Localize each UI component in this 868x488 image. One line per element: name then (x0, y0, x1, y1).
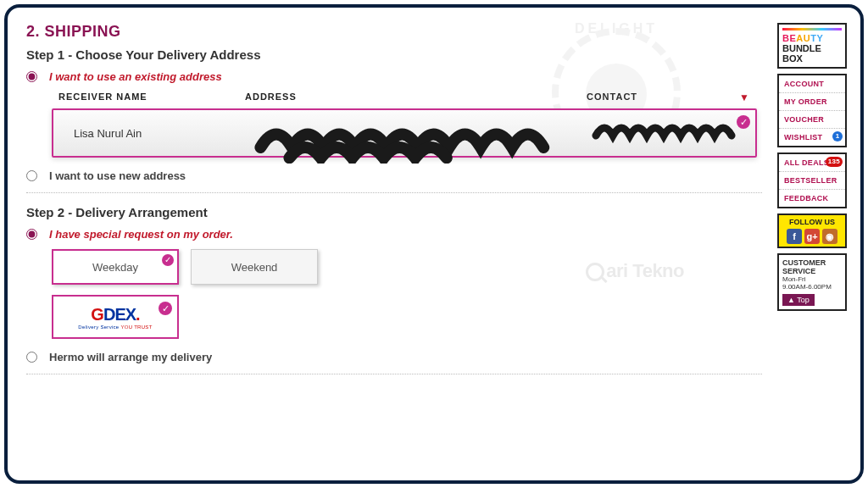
sidebar-item-wishlist[interactable]: WISHLIST1 (779, 129, 845, 146)
caret-down-icon[interactable]: ▼ (739, 92, 750, 103)
step1-title: Step 1 - Choose Your Delivery Address (26, 47, 762, 62)
receiver-name: Lisa Nurul Ain (74, 127, 250, 140)
check-icon: ✓ (162, 254, 174, 266)
customer-service-box: CUSTOMER SERVICE Mon-Fri 9.00AM-6.00PM ▲… (777, 253, 847, 311)
check-icon: ✓ (159, 302, 172, 315)
sidebar-item-all-deals[interactable]: ALL DEALS135 (779, 154, 845, 172)
sidebar-item-voucher[interactable]: VOUCHER (779, 111, 845, 129)
follow-us: FOLLOW US f g+ ◉ (777, 214, 847, 248)
badge: 135 (826, 157, 843, 167)
address-row-selected[interactable]: Lisa Nurul Ain ✓ (52, 108, 757, 158)
address-redacted (250, 119, 591, 147)
contact-redacted (591, 119, 743, 147)
weekday-button[interactable]: Weekday ✓ (52, 249, 179, 285)
radio-auto-arrange[interactable] (26, 352, 37, 363)
courier-gdex-button[interactable]: GDEX. Delivery Service YOU TRUST ✓ (52, 295, 179, 339)
weekend-button[interactable]: Weekend (191, 249, 318, 285)
radio-existing-address[interactable] (26, 71, 37, 82)
sidebar-item-feedback[interactable]: FEEDBACK (779, 190, 845, 207)
facebook-icon[interactable]: f (787, 229, 802, 244)
address-table-header: RECEIVER NAME ADDRESS CONTACT ▼ (26, 92, 762, 108)
label-special-request: I have special request on my order. (49, 228, 233, 241)
sidebar-item-my-order[interactable]: MY ORDER (779, 93, 845, 111)
sidebar-item-bestseller[interactable]: BESTSELLER (779, 172, 845, 190)
label-auto-arrange: Hermo will arrange my delivery (49, 351, 212, 363)
label-new-address: I want to use new address (49, 169, 186, 182)
radio-special-request[interactable] (26, 229, 37, 240)
check-icon: ✓ (737, 115, 750, 129)
promo-banner[interactable]: BEAUTY BUNDLE BOX (777, 23, 847, 69)
sidebar-item-account[interactable]: ACCOUNT (779, 75, 845, 93)
section-title: 2. SHIPPING (26, 23, 762, 41)
back-to-top-button[interactable]: ▲ Top (782, 294, 815, 306)
label-existing-address: I want to use an existing address (49, 70, 222, 83)
divider (26, 374, 762, 374)
googleplus-icon[interactable]: g+ (804, 229, 820, 244)
instagram-icon[interactable]: ◉ (822, 229, 837, 244)
divider (26, 192, 762, 193)
step2-title: Step 2 - Delivery Arrangement (26, 205, 762, 219)
badge: 1 (832, 131, 843, 141)
radio-new-address[interactable] (26, 170, 37, 181)
gdex-tagline: Delivery Service YOU TRUST (78, 324, 152, 330)
gdex-logo: GDEX. (91, 305, 139, 324)
